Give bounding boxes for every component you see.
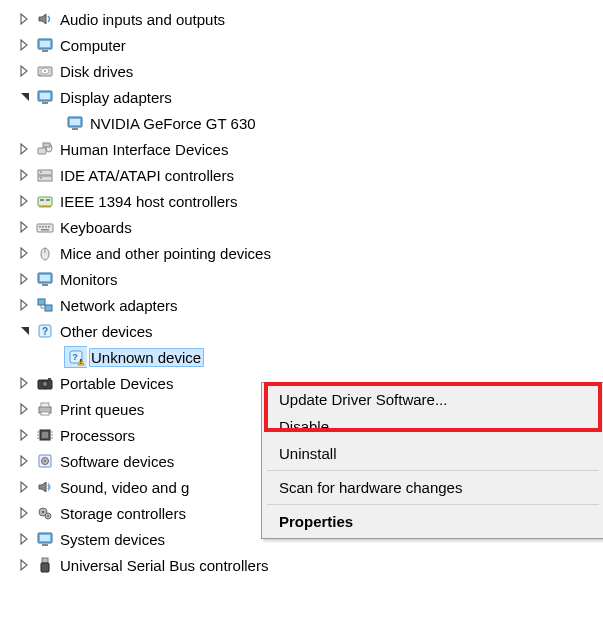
expand-icon[interactable] <box>18 168 32 182</box>
tree-item-ieee1394[interactable]: IEEE 1394 host controllers <box>0 188 603 214</box>
expand-icon[interactable] <box>18 272 32 286</box>
tree-item-computer[interactable]: Computer <box>0 32 603 58</box>
menu-properties[interactable]: Properties <box>265 508 601 535</box>
ide-icon <box>34 165 56 185</box>
tree-label: Network adapters <box>58 296 181 315</box>
collapse-icon[interactable] <box>18 324 32 338</box>
expand-icon[interactable] <box>18 142 32 156</box>
tree-item-disk[interactable]: Disk drives <box>0 58 603 84</box>
expand-icon[interactable] <box>18 38 32 52</box>
tree-label: Display adapters <box>58 88 175 107</box>
tree-label: Processors <box>58 426 138 445</box>
menu-label: Scan for hardware changes <box>279 479 462 496</box>
display-adapter-icon <box>34 87 56 107</box>
menu-disable[interactable]: Disable <box>265 413 601 440</box>
expand-icon[interactable] <box>18 480 32 494</box>
menu-label: Uninstall <box>279 445 337 462</box>
tree-item-network[interactable]: Network adapters <box>0 292 603 318</box>
sound-icon <box>34 477 56 497</box>
menu-scan-hardware[interactable]: Scan for hardware changes <box>265 474 601 501</box>
hid-icon <box>34 139 56 159</box>
storage-icon <box>34 503 56 523</box>
disk-icon <box>34 61 56 81</box>
software-device-icon <box>34 451 56 471</box>
tree-item-nvidia[interactable]: NVIDIA GeForce GT 630 <box>0 110 603 136</box>
expand-icon[interactable] <box>18 428 32 442</box>
menu-separator <box>267 504 599 505</box>
expand-icon[interactable] <box>18 194 32 208</box>
tree-item-usb[interactable]: Universal Serial Bus controllers <box>0 552 603 578</box>
expand-icon[interactable] <box>18 454 32 468</box>
tree-label: IDE ATA/ATAPI controllers <box>58 166 237 185</box>
tree-label: Unknown device <box>89 348 204 367</box>
tree-label: NVIDIA GeForce GT 630 <box>88 114 259 133</box>
mouse-icon <box>34 243 56 263</box>
tree-label: Computer <box>58 36 129 55</box>
tree-item-unknown-device[interactable]: Unknown device <box>0 344 603 370</box>
tree-item-keyboards[interactable]: Keyboards <box>0 214 603 240</box>
menu-label: Disable <box>279 418 329 435</box>
expand-icon[interactable] <box>18 558 32 572</box>
keyboard-icon <box>34 217 56 237</box>
context-menu[interactable]: Update Driver Software... Disable Uninst… <box>261 382 603 539</box>
tree-label: Sound, video and g <box>58 478 192 497</box>
printer-icon <box>34 399 56 419</box>
tree-label: Print queues <box>58 400 147 419</box>
expand-icon[interactable] <box>18 246 32 260</box>
monitor-icon <box>34 269 56 289</box>
expand-icon[interactable] <box>18 402 32 416</box>
tree-label: Mice and other pointing devices <box>58 244 274 263</box>
usb-icon <box>34 555 56 575</box>
system-device-icon <box>34 529 56 549</box>
speaker-icon <box>34 9 56 29</box>
network-icon <box>34 295 56 315</box>
tree-label: Human Interface Devices <box>58 140 231 159</box>
tree-label: Monitors <box>58 270 121 289</box>
menu-label: Properties <box>279 513 353 530</box>
tree-label: Keyboards <box>58 218 135 237</box>
tree-item-mice[interactable]: Mice and other pointing devices <box>0 240 603 266</box>
tree-label: Disk drives <box>58 62 136 81</box>
expand-icon[interactable] <box>18 532 32 546</box>
tree-item-display[interactable]: Display adapters <box>0 84 603 110</box>
unknown-device-warning-icon <box>64 346 87 368</box>
collapse-icon[interactable] <box>18 90 32 104</box>
menu-uninstall[interactable]: Uninstall <box>265 440 601 467</box>
display-adapter-icon <box>64 113 86 133</box>
expand-icon[interactable] <box>18 64 32 78</box>
tree-label: System devices <box>58 530 168 549</box>
tree-item-audio[interactable]: Audio inputs and outputs <box>0 6 603 32</box>
expand-icon[interactable] <box>18 376 32 390</box>
expand-icon[interactable] <box>18 298 32 312</box>
expand-icon[interactable] <box>18 506 32 520</box>
tree-item-hid[interactable]: Human Interface Devices <box>0 136 603 162</box>
tree-item-other[interactable]: Other devices <box>0 318 603 344</box>
expand-icon[interactable] <box>18 220 32 234</box>
expand-icon[interactable] <box>18 12 32 26</box>
camera-icon <box>34 373 56 393</box>
tree-label: IEEE 1394 host controllers <box>58 192 241 211</box>
tree-label: Software devices <box>58 452 177 471</box>
tree-label: Portable Devices <box>58 374 176 393</box>
tree-item-monitors[interactable]: Monitors <box>0 266 603 292</box>
menu-label: Update Driver Software... <box>279 391 447 408</box>
tree-label: Other devices <box>58 322 156 341</box>
tree-label: Storage controllers <box>58 504 189 523</box>
tree-item-ide[interactable]: IDE ATA/ATAPI controllers <box>0 162 603 188</box>
menu-separator <box>267 470 599 471</box>
ieee1394-icon <box>34 191 56 211</box>
tree-label: Universal Serial Bus controllers <box>58 556 271 575</box>
processor-icon <box>34 425 56 445</box>
tree-label: Audio inputs and outputs <box>58 10 228 29</box>
menu-update-driver[interactable]: Update Driver Software... <box>265 386 601 413</box>
other-devices-icon <box>34 321 56 341</box>
computer-icon <box>34 35 56 55</box>
